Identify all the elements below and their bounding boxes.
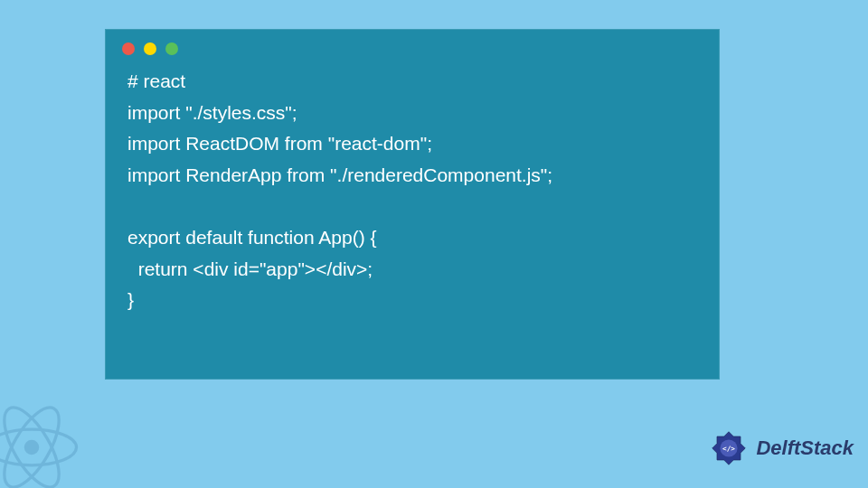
code-line xyxy=(127,192,697,223)
brand-logo-block: </> DelftStack xyxy=(707,427,854,470)
svg-text:</>: </> xyxy=(722,445,735,453)
code-line: # react xyxy=(127,66,697,98)
maximize-icon xyxy=(165,42,178,55)
code-line: import RenderApp from "./renderedCompone… xyxy=(127,160,697,192)
code-line: import ReactDOM from "react-dom"; xyxy=(127,128,697,160)
brand-name: DelftStack xyxy=(756,436,854,460)
code-line: export default function App() { xyxy=(127,222,697,254)
code-line: } xyxy=(127,285,697,316)
window-controls xyxy=(106,30,719,62)
code-window: # reactimport "./styles.css";import Reac… xyxy=(105,29,720,380)
code-content: # reactimport "./styles.css";import Reac… xyxy=(106,62,719,331)
code-line: return <div id="app"></div>; xyxy=(127,254,697,286)
close-icon xyxy=(122,42,135,55)
code-line: import "./styles.css"; xyxy=(127,98,697,129)
delftstack-logo-icon: </> xyxy=(707,427,750,470)
minimize-icon xyxy=(144,42,156,55)
svg-point-3 xyxy=(25,441,37,453)
react-watermark-icon xyxy=(0,398,81,488)
